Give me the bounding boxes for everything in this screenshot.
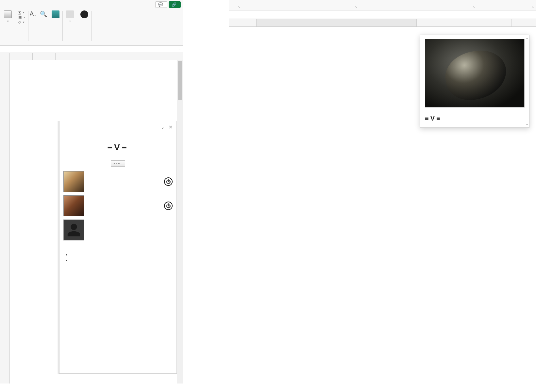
character-row[interactable]: ⏻	[63, 195, 173, 216]
commands-list	[71, 252, 173, 262]
formula-bar[interactable]	[229, 10, 536, 19]
ribbon-group-font[interactable]	[242, 0, 360, 10]
show-taskpane-button[interactable]	[80, 10, 88, 19]
sensitivity-button[interactable]: ▾	[66, 10, 74, 23]
analyze-icon	[52, 10, 59, 18]
sort-filter-button[interactable]: A↓	[30, 10, 37, 41]
eraser-icon: ◇	[18, 20, 21, 24]
scroll-thumb[interactable]	[178, 61, 182, 100]
power-icon[interactable]: ⏻	[164, 202, 173, 210]
expand-formula-icon[interactable]: ⌄	[178, 47, 181, 51]
card-scrollbar[interactable]: ▴▾	[525, 36, 528, 126]
ribbon-group-number[interactable]	[477, 0, 536, 10]
find-select-button[interactable]: 🔍	[40, 10, 47, 41]
logo-icon	[80, 10, 88, 18]
share-button[interactable]: 🔗	[169, 1, 181, 8]
comment-icon: 💬	[158, 2, 163, 7]
eve-logo: ≡V≡	[63, 142, 173, 153]
vertical-scrollbar[interactable]	[177, 60, 183, 384]
share-icon: 🔗	[172, 2, 176, 7]
analyze-data-button[interactable]	[52, 10, 59, 19]
col-header[interactable]	[33, 53, 56, 60]
ribbon-group-labels	[229, 0, 536, 10]
fill-icon: ▦	[18, 15, 22, 19]
formula-bar-left[interactable]: ⌄	[0, 46, 183, 53]
eve-taskpane: ⌄ ✕ ≡V≡ ≡V≡ ⏻ ⏻	[59, 121, 177, 374]
col-header[interactable]	[257, 19, 417, 26]
format-icon	[4, 10, 12, 18]
command-item	[71, 252, 173, 257]
chevron-down-icon[interactable]: ⌄	[161, 124, 165, 130]
ribbon-group-alignment[interactable]	[360, 0, 477, 10]
logout-button[interactable]: ≡V≡	[111, 160, 126, 167]
sensitivity-icon	[66, 10, 74, 18]
close-icon[interactable]: ✕	[169, 124, 173, 130]
clear-button[interactable]: ◇ ▾	[18, 20, 25, 24]
avatar-placeholder	[63, 220, 84, 240]
eve-logo: ≡V≡	[425, 115, 525, 122]
autosum-button[interactable]: ∑ ▾	[18, 10, 25, 14]
col-header[interactable]	[10, 53, 33, 60]
sort-icon: A↓	[30, 10, 37, 17]
col-header[interactable]	[417, 19, 511, 26]
format-button[interactable]: ▾	[4, 10, 12, 23]
row-headers	[0, 60, 10, 384]
add-character-row[interactable]	[63, 220, 173, 240]
column-headers-right	[229, 19, 536, 27]
fill-button[interactable]: ▦ ▾	[18, 15, 25, 19]
col-header[interactable]	[511, 19, 536, 26]
avatar	[63, 195, 84, 216]
card-image	[425, 39, 525, 107]
power-icon[interactable]: ⏻	[164, 177, 173, 186]
command-item	[71, 258, 173, 262]
comments-button[interactable]: 💬	[155, 1, 167, 8]
col-header[interactable]	[229, 19, 257, 26]
character-row[interactable]: ⏻	[63, 171, 173, 192]
find-icon: 🔍	[40, 10, 47, 18]
data-type-card: ▴▾ ≡V≡	[420, 35, 529, 128]
ribbon-left: 💬 🔗 ▾ ∑ ▾ ▦ ▾ ◇ ▾ A↓ 🔍	[0, 0, 183, 46]
column-headers-left	[0, 53, 183, 60]
avatar	[63, 171, 84, 192]
